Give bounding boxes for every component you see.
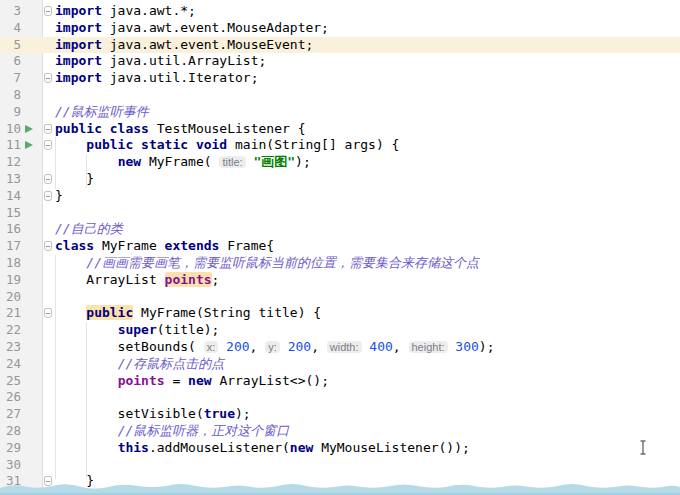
gutter-cell[interactable]: 25 xyxy=(0,373,42,390)
code-text[interactable]: setVisible(true); xyxy=(55,406,680,423)
gutter-cell[interactable]: 30 xyxy=(0,457,42,474)
gutter-cell[interactable]: 13 xyxy=(0,171,42,188)
gutter-cell[interactable]: 26 xyxy=(0,389,42,406)
code-line-8[interactable]: 8 xyxy=(0,87,680,104)
code-text[interactable]: } xyxy=(55,188,680,205)
run-button[interactable] xyxy=(25,141,33,149)
code-text[interactable] xyxy=(55,205,680,222)
code-text[interactable]: public class TestMouseListener { xyxy=(55,121,680,138)
code-line-22[interactable]: 22 super(title); xyxy=(0,322,680,339)
code-text[interactable] xyxy=(55,289,680,306)
code-line-16[interactable]: 16//自己的类 xyxy=(0,221,680,238)
fold-marker[interactable] xyxy=(44,124,52,134)
gutter-cell[interactable]: 9 xyxy=(0,104,42,121)
run-button[interactable] xyxy=(25,125,33,133)
code-text[interactable] xyxy=(55,457,680,474)
code-line-15[interactable]: 15 xyxy=(0,205,680,222)
code-line-25[interactable]: 25 points = new ArrayList<>(); xyxy=(0,373,680,390)
code-line-3[interactable]: 3import java.awt.*; xyxy=(0,3,680,20)
code-text[interactable]: //存鼠标点击的点 xyxy=(55,356,680,373)
code-line-10[interactable]: 10public class TestMouseListener { xyxy=(0,121,680,138)
gutter-cell[interactable]: 5 xyxy=(0,37,42,54)
gutter-cell[interactable]: 16 xyxy=(0,221,42,238)
gutter-cell[interactable]: 18 xyxy=(0,255,42,272)
gutter-cell[interactable]: 19 xyxy=(0,272,42,289)
code-text[interactable]: class MyFrame extends Frame{ xyxy=(55,238,680,255)
gutter-cell[interactable]: 3 xyxy=(0,3,42,20)
gutter-cell[interactable]: 22 xyxy=(0,322,42,339)
code-line-7[interactable]: 7import java.util.Iterator; xyxy=(0,70,680,87)
fold-marker[interactable] xyxy=(44,191,52,201)
gutter-cell[interactable]: 24 xyxy=(0,356,42,373)
code-line-21[interactable]: 21 public MyFrame(String title) { xyxy=(0,305,680,322)
code-text[interactable]: import java.util.Iterator; xyxy=(55,70,680,87)
code-editor[interactable]: 3import java.awt.*;4import java.awt.even… xyxy=(0,0,680,495)
code-text[interactable]: points = new ArrayList<>(); xyxy=(55,373,680,390)
gutter-cell[interactable]: 20 xyxy=(0,289,42,306)
editor-lines[interactable]: 3import java.awt.*;4import java.awt.even… xyxy=(0,3,680,490)
gutter-cell[interactable]: 12 xyxy=(0,154,42,171)
gutter-cell[interactable]: 4 xyxy=(0,20,42,37)
code-text[interactable]: super(title); xyxy=(55,322,680,339)
gutter-cell[interactable]: 23 xyxy=(0,339,42,356)
code-segment: MyFrame( xyxy=(141,154,219,169)
gutter-cell[interactable]: 15 xyxy=(0,205,42,222)
code-text[interactable]: //鼠标监听事件 xyxy=(55,104,680,121)
code-line-17[interactable]: 17class MyFrame extends Frame{ xyxy=(0,238,680,255)
code-line-23[interactable]: 23 setBounds( x: 200, y: 200, width: 400… xyxy=(0,339,680,356)
code-line-11[interactable]: 11 public static void main(String[] args… xyxy=(0,137,680,154)
gutter-cell[interactable]: 21 xyxy=(0,305,42,322)
code-line-20[interactable]: 20 xyxy=(0,289,680,306)
gutter-cell[interactable]: 8 xyxy=(0,87,42,104)
code-line-13[interactable]: 13 } xyxy=(0,171,680,188)
gutter-cell[interactable]: 6 xyxy=(0,53,42,70)
gutter-cell[interactable]: 29 xyxy=(0,440,42,457)
code-line-24[interactable]: 24 //存鼠标点击的点 xyxy=(0,356,680,373)
fold-marker[interactable] xyxy=(44,174,52,184)
fold-column xyxy=(42,289,55,306)
code-text[interactable]: import java.util.ArrayList; xyxy=(55,53,680,70)
gutter-cell[interactable]: 27 xyxy=(0,406,42,423)
code-line-27[interactable]: 27 setVisible(true); xyxy=(0,406,680,423)
code-line-28[interactable]: 28 //鼠标监听器，正对这个窗口 xyxy=(0,423,680,440)
gutter-cell[interactable]: 11 xyxy=(0,137,42,154)
code-text[interactable]: public static void main(String[] args) { xyxy=(55,137,680,154)
code-line-9[interactable]: 9//鼠标监听事件 xyxy=(0,104,680,121)
code-line-14[interactable]: 14} xyxy=(0,188,680,205)
gutter-cell[interactable]: 10 xyxy=(0,121,42,138)
code-text[interactable]: import java.awt.event.MouseEvent; xyxy=(55,37,680,54)
code-text[interactable]: import java.awt.*; xyxy=(55,3,680,20)
code-text[interactable]: new MyFrame( title: "画图"); xyxy=(55,154,680,171)
code-segment: //画画需要画笔，需要监听鼠标当前的位置，需要集合来存储这个点 xyxy=(86,255,479,270)
code-line-12[interactable]: 12 new MyFrame( title: "画图"); xyxy=(0,154,680,171)
code-text[interactable]: //鼠标监听器，正对这个窗口 xyxy=(55,423,680,440)
code-text[interactable]: } xyxy=(55,171,680,188)
code-text[interactable]: setBounds( x: 200, y: 200, width: 400, h… xyxy=(55,339,680,356)
code-text[interactable]: public MyFrame(String title) { xyxy=(55,305,680,322)
code-line-29[interactable]: 29 this.addMouseListener(new MyMouseList… xyxy=(0,440,680,457)
code-text[interactable]: ArrayList points; xyxy=(55,272,680,289)
code-line-19[interactable]: 19 ArrayList points; xyxy=(0,272,680,289)
code-text[interactable]: import java.awt.event.MouseAdapter; xyxy=(55,20,680,37)
line-number: 23 xyxy=(0,339,21,356)
gutter-cell[interactable]: 14 xyxy=(0,188,42,205)
gutter-cell[interactable]: 17 xyxy=(0,238,42,255)
fold-marker[interactable] xyxy=(44,73,52,83)
fold-marker[interactable] xyxy=(44,308,52,318)
code-text[interactable]: //自己的类 xyxy=(55,221,680,238)
gutter-cell[interactable]: 28 xyxy=(0,423,42,440)
code-line-30[interactable]: 30 xyxy=(0,457,680,474)
code-line-18[interactable]: 18 //画画需要画笔，需要监听鼠标当前的位置，需要集合来存储这个点 xyxy=(0,255,680,272)
fold-marker[interactable] xyxy=(44,241,52,251)
fold-marker[interactable] xyxy=(44,140,52,150)
code-line-26[interactable]: 26 xyxy=(0,389,680,406)
code-text[interactable]: //画画需要画笔，需要监听鼠标当前的位置，需要集合来存储这个点 xyxy=(55,255,680,272)
gutter-cell[interactable]: 7 xyxy=(0,70,42,87)
code-line-6[interactable]: 6import java.util.ArrayList; xyxy=(0,53,680,70)
code-text[interactable] xyxy=(55,87,680,104)
code-line-5[interactable]: 5import java.awt.event.MouseEvent; xyxy=(0,37,680,54)
code-text[interactable] xyxy=(55,389,680,406)
code-text[interactable]: this.addMouseListener(new MyMouseListene… xyxy=(55,440,680,457)
fold-marker[interactable] xyxy=(44,6,52,16)
code-line-4[interactable]: 4import java.awt.event.MouseAdapter; xyxy=(0,20,680,37)
